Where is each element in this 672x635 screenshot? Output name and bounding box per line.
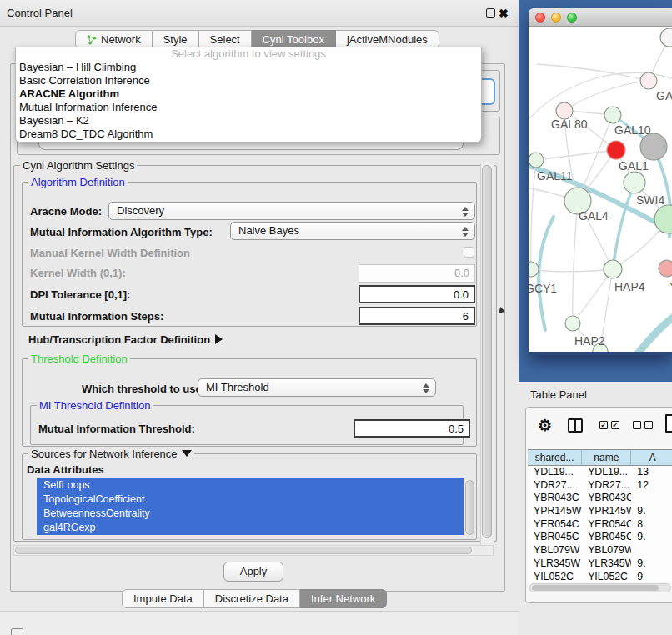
table-row[interactable]: YBR043CYBR043C — [528, 492, 672, 505]
table-scrollbar-thumb[interactable] — [532, 585, 659, 591]
hub-definition-toggle[interactable]: Hub/Transcription Factor Definition — [28, 333, 223, 346]
mi-steps-field[interactable]: 6 — [359, 307, 475, 325]
node-label-swi4: SWI4 — [636, 193, 664, 207]
table-panel-title: Table Panel — [530, 388, 587, 401]
mode-tab-label: Infer Network — [311, 590, 375, 608]
algorithm-option-bayesian-k2[interactable]: Bayesian – K2 — [16, 114, 481, 128]
algorithm-option-mutual-information-inference[interactable]: Mutual Information Inference — [16, 101, 481, 114]
attribute-item-betweennesscentrality[interactable]: BetweennessCentrality — [37, 507, 464, 521]
table-cell: 8. — [631, 518, 672, 532]
table-row[interactable]: YIL052CYIL052C9 — [528, 571, 672, 583]
table-row[interactable]: YPR145WYPR145W9. — [528, 505, 672, 518]
table-row[interactable]: YLR345WYLR345W9. — [528, 558, 672, 571]
aracne-mode-combo[interactable]: Discovery — [108, 202, 475, 220]
mi-steps-label: Mutual Information Steps: — [30, 310, 163, 322]
mode-tab-discretize-data[interactable]: Discretize Data — [204, 589, 300, 608]
float-window-icon[interactable] — [486, 8, 495, 18]
network-node[interactable] — [556, 102, 573, 119]
unchecked-checkbox-icon[interactable] — [633, 421, 641, 429]
kernel-width-field[interactable]: 0.0 — [359, 264, 475, 282]
attribute-item-topologicalcoefficient[interactable]: TopologicalCoefficient — [37, 492, 464, 507]
column-header-shared[interactable]: shared... — [528, 449, 582, 466]
network-window-titlebar[interactable] — [529, 8, 672, 27]
attribute-item-gal4rgexp[interactable]: gal4RGexp — [37, 521, 464, 535]
network-edge[interactable] — [531, 269, 613, 272]
checked-checkbox-icon[interactable]: ✓ — [611, 421, 619, 429]
close-traffic-light[interactable] — [535, 12, 545, 22]
minimized-panel-icon[interactable] — [11, 628, 23, 635]
zoom-traffic-light[interactable] — [567, 12, 577, 22]
table-panel: Table Panel ⚙ ✓ ✓ shared...nameA YDL19..… — [519, 382, 672, 635]
attribute-item-selfloops[interactable]: SelfLoops — [37, 478, 464, 492]
apply-button[interactable]: Apply — [223, 562, 283, 582]
table-row[interactable]: YBL079WYBL079W — [528, 544, 672, 558]
network-node[interactable] — [604, 107, 621, 123]
network-node[interactable] — [529, 262, 539, 277]
node-label-gal80: GAL80 — [551, 118, 588, 131]
network-node[interactable] — [640, 133, 667, 160]
dpi-tolerance-field[interactable]: 0.0 — [359, 285, 475, 303]
table-row[interactable]: YDL19...YDL19...13 — [528, 466, 672, 479]
network-node[interactable] — [565, 316, 580, 331]
expand-right-icon[interactable] — [215, 334, 223, 344]
network-edge[interactable] — [573, 201, 578, 323]
mi-threshold-definition-title: MI Threshold Definition — [37, 399, 153, 412]
manual-kernel-checkbox[interactable] — [464, 247, 474, 258]
which-threshold-combo[interactable]: MI Threshold — [198, 378, 436, 397]
threshold-definition-title: Threshold Definition — [28, 352, 130, 365]
tab-label: jActiveMNodules — [347, 31, 428, 48]
mode-tab-infer-network[interactable]: Infer Network — [300, 589, 387, 608]
column-header-name[interactable]: name — [582, 449, 631, 466]
mi-type-combo[interactable]: Naive Bayes — [230, 222, 475, 240]
sources-group-title[interactable]: Sources for Network Inference — [28, 448, 194, 460]
network-edge[interactable] — [536, 150, 616, 160]
attributes-scrollbar-thumb[interactable] — [465, 480, 474, 535]
table-row[interactable]: YBR045CYBR045C9. — [528, 531, 672, 544]
network-node[interactable] — [624, 172, 645, 193]
minimize-traffic-light[interactable] — [551, 12, 561, 22]
split-columns-icon[interactable] — [568, 418, 583, 432]
network-edge[interactable] — [531, 160, 536, 269]
mode-tab-impute-data[interactable]: Impute Data — [122, 589, 204, 608]
collapse-down-icon[interactable] — [182, 450, 192, 457]
settings-vertical-scrollbar-thumb[interactable] — [482, 165, 492, 538]
network-canvas[interactable]: GALGAL80GAL10GAL1GAL11SWI4GAL4HAP4GCY1YH… — [529, 27, 672, 352]
dpi-tolerance-label: DPI Tolerance [0,1]: — [30, 288, 130, 301]
mode-tab-label: Discretize Data — [215, 590, 288, 608]
network-edge[interactable] — [539, 217, 554, 330]
table-cell: YIL052C — [582, 571, 631, 583]
hub-definition-label: Hub/Transcription Factor Definition — [28, 333, 210, 346]
table-cell: 9 — [631, 571, 672, 583]
network-node[interactable] — [640, 72, 657, 89]
algorithm-option-aracne-algorithm[interactable]: ARACNE Algorithm — [16, 88, 481, 101]
algorithm-option-dream8-dc-tdc-algorithm[interactable]: Dream8 DC_TDC Algorithm — [16, 128, 481, 141]
close-icon[interactable]: ✖ — [499, 3, 509, 23]
checked-checkbox-icon[interactable]: ✓ — [599, 421, 608, 429]
algorithm-option-bayesian-hill-climbing[interactable]: Bayesian – Hill Climbing — [16, 61, 481, 74]
unchecked-checkbox-icon[interactable] — [644, 421, 653, 429]
table-horizontal-scrollbar[interactable] — [529, 583, 671, 592]
network-node[interactable] — [607, 141, 625, 159]
network-edge[interactable] — [573, 269, 613, 323]
algorithm-dropdown: Select algorithm to view settings Bayesi… — [15, 47, 482, 142]
table-row[interactable]: YER054CYER054C8. — [528, 518, 672, 532]
table-cell: YDR27... — [528, 479, 582, 492]
algorithm-option-basic-correlation-inference[interactable]: Basic Correlation Inference — [16, 74, 481, 88]
settings-horizontal-scrollbar-thumb[interactable] — [15, 547, 472, 554]
tab-label: Style — [163, 31, 188, 48]
network-node[interactable] — [604, 260, 622, 278]
column-header-a[interactable]: A — [631, 449, 672, 466]
gear-icon[interactable]: ⚙ — [538, 416, 552, 435]
table-cell: YBR043C — [582, 492, 631, 505]
table-cell: YLR345W — [582, 558, 631, 571]
network-edge[interactable] — [635, 308, 672, 352]
manual-kernel-label: Manual Kernel Width Definition — [30, 247, 190, 259]
document-icon[interactable] — [665, 414, 672, 432]
network-node[interactable] — [660, 28, 672, 47]
table-cell — [631, 492, 672, 505]
network-node[interactable] — [654, 205, 672, 233]
network-node[interactable] — [529, 152, 544, 168]
network-node[interactable] — [659, 260, 672, 277]
table-row[interactable]: YDR27...YDR27...12 — [528, 479, 672, 492]
mi-threshold-field[interactable]: 0.5 — [354, 419, 470, 438]
